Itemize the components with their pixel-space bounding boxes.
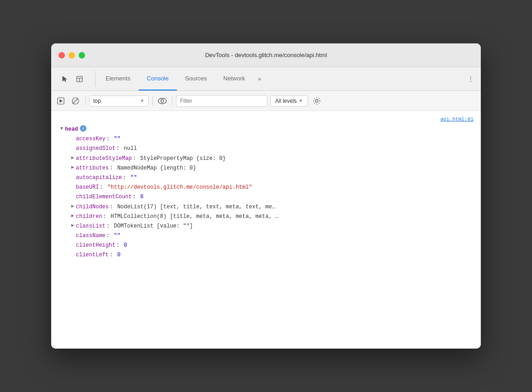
prop-colon: : <box>110 251 113 260</box>
list-item: ▶attributes: NamedNodeMap {length: 0} <box>59 164 473 173</box>
prop-value: 0 <box>121 241 127 250</box>
svg-marker-4 <box>60 99 63 103</box>
tab-sources[interactable]: Sources <box>177 67 215 90</box>
tab-elements[interactable]: Elements <box>97 67 138 90</box>
list-item: ▶attributeStyleMap: StylePropertyMap {si… <box>59 154 473 164</box>
levels-arrow-icon: ▼ <box>298 98 303 103</box>
svg-point-8 <box>161 100 164 102</box>
toolbar-divider-1 <box>85 96 85 106</box>
svg-line-6 <box>73 98 78 104</box>
tab-divider <box>95 71 96 87</box>
prop-colon: : <box>103 212 106 221</box>
list-item: ▶children: HTMLCollection(8) [title, met… <box>59 212 473 222</box>
context-value: top <box>93 98 101 104</box>
prop-key: attributes <box>76 164 109 173</box>
prop-colon: : <box>100 183 103 192</box>
more-options-button[interactable]: ⋮ <box>464 73 477 85</box>
prop-value: NamedNodeMap {length: 0} <box>114 164 196 173</box>
no-expand-spacer <box>69 183 76 192</box>
toolbar-divider-3 <box>172 96 172 106</box>
prop-colon: : <box>110 203 113 212</box>
console-toolbar: top ▼ All levels ▼ <box>51 91 481 111</box>
prop-key: children <box>76 212 102 221</box>
prop-key: autocapitalize <box>76 174 122 182</box>
cursor-icon-button[interactable] <box>59 73 71 85</box>
head-info-icon[interactable]: i <box>80 125 86 132</box>
tab-bar-right: ⋮ <box>458 67 477 90</box>
dock-icon-button[interactable] <box>73 73 86 85</box>
list-item: className: "" <box>59 231 473 241</box>
head-expand-triangle[interactable]: ▼ <box>59 125 65 132</box>
play-icon <box>57 97 64 105</box>
prop-colon: : <box>106 135 110 143</box>
devtools-window: DevTools - devtools.glitch.me/console/ap… <box>51 43 481 349</box>
filter-input[interactable] <box>176 95 267 107</box>
prop-colon: : <box>106 232 110 240</box>
console-content: api.html:81 ▼ head i accessKey: "" assig… <box>51 111 481 349</box>
expand-triangle[interactable]: ▶ <box>69 164 76 171</box>
svg-point-9 <box>315 100 318 102</box>
prop-key: baseURI <box>76 183 99 192</box>
list-item: accessKey: "" <box>59 134 473 144</box>
no-expand-spacer <box>69 251 76 260</box>
watch-expressions-button[interactable] <box>156 95 168 107</box>
prop-colon: : <box>116 144 119 153</box>
no-expand-spacer <box>69 135 76 143</box>
settings-button[interactable] <box>311 95 323 107</box>
file-reference[interactable]: api.html:81 <box>59 115 473 125</box>
list-item: autocapitalize: "" <box>59 173 473 183</box>
list-item: assignedSlot: null <box>59 144 473 154</box>
prop-key: classList <box>76 222 106 231</box>
expand-triangle[interactable]: ▶ <box>69 154 76 162</box>
prop-colon: : <box>106 222 110 231</box>
levels-label: All levels <box>275 98 297 104</box>
properties-list: accessKey: "" assignedSlot: null▶attribu… <box>59 134 473 260</box>
no-expand-spacer <box>69 241 76 250</box>
tab-bar-icons <box>55 67 90 90</box>
svg-point-7 <box>158 98 166 104</box>
prop-key: clientHeight <box>76 241 115 250</box>
no-expand-spacer <box>69 193 76 201</box>
expand-triangle[interactable]: ▶ <box>69 212 76 220</box>
tab-more-button[interactable]: » <box>253 67 266 90</box>
expand-triangle[interactable]: ▶ <box>69 203 76 210</box>
prop-key: assignedSlot <box>76 144 115 153</box>
gear-icon <box>313 97 321 105</box>
prop-value: null <box>121 144 137 153</box>
context-selector[interactable]: top ▼ <box>89 95 149 106</box>
context-arrow-icon: ▼ <box>140 98 144 103</box>
no-expand-spacer <box>69 174 76 182</box>
list-item: clientHeight: 0 <box>59 241 473 250</box>
toolbar-divider-2 <box>152 96 153 106</box>
prop-key: accessKey <box>76 135 106 143</box>
list-item: ▶childNodes: NodeList(17) [text, title, … <box>59 202 473 212</box>
minimize-button[interactable] <box>69 52 75 58</box>
log-levels-selector[interactable]: All levels ▼ <box>270 95 308 106</box>
prop-colon: : <box>116 241 119 250</box>
expand-triangle[interactable]: ▶ <box>69 222 76 229</box>
prop-value: 8 <box>137 193 144 201</box>
tab-console[interactable]: Console <box>138 67 177 90</box>
maximize-button[interactable] <box>79 52 85 58</box>
prop-value: HTMLCollection(8) [title, meta, meta, me… <box>107 212 278 221</box>
dock-icon <box>76 75 83 83</box>
execute-script-button[interactable] <box>55 95 67 107</box>
tab-bar: Elements Console Sources Network » ⋮ <box>51 67 481 91</box>
close-button[interactable] <box>59 52 65 58</box>
list-item: ▶classList: DOMTokenList [value: ""] <box>59 222 473 231</box>
eye-icon <box>158 98 167 104</box>
prop-value: "" <box>111 232 121 240</box>
prop-value: 0 <box>114 251 120 260</box>
prop-value: "http://devtools.glitch.me/console/api.h… <box>104 183 252 192</box>
clear-console-button[interactable] <box>69 95 81 107</box>
prop-value: NodeList(17) [text, title, text, meta, t… <box>114 203 275 212</box>
head-object-line: ▼ head i <box>59 125 473 134</box>
prop-key: childNodes <box>76 203 109 212</box>
prop-value: "" <box>127 174 137 182</box>
prop-value: StylePropertyMap {size: 0} <box>137 154 226 163</box>
tab-network[interactable]: Network <box>215 67 254 90</box>
prop-key: clientLeft <box>76 251 109 260</box>
prop-key: childElementCount <box>76 193 132 201</box>
prop-key: attributeStyleMap <box>76 154 132 163</box>
traffic-lights <box>59 52 85 58</box>
